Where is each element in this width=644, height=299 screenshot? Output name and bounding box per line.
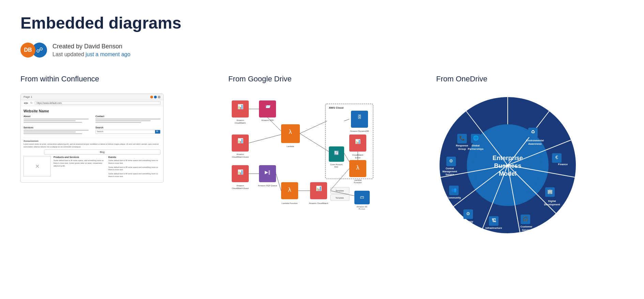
svg-text:AWS Cloud: AWS Cloud	[329, 106, 343, 109]
svg-text:Amazon: Amazon	[236, 185, 244, 187]
svg-text:🔄: 🔄	[334, 150, 339, 155]
svg-text:📊: 📊	[355, 139, 361, 144]
wf-dot-blue	[154, 96, 157, 98]
google-section-title: From Google Drive	[228, 75, 416, 83]
svg-text:Cross-Account: Cross-Account	[330, 163, 343, 166]
svg-text:📊: 📊	[237, 169, 244, 175]
svg-text:Digital: Digital	[548, 200, 556, 203]
wf-announcement: Announcement	[24, 140, 160, 142]
svg-text:🌐: 🌐	[473, 135, 479, 141]
wf-page-label: Page 1	[24, 95, 32, 98]
wf-contact-heading: Contact	[95, 115, 160, 117]
svg-text:⚙: ⚙	[466, 211, 470, 216]
wf-nav-contact: Contact	[95, 115, 160, 124]
svg-text:👥: 👥	[451, 187, 457, 193]
wf-events-heading: Events	[108, 156, 160, 158]
svg-text:Customer: Customer	[520, 225, 532, 228]
svg-text:▶‖: ▶‖	[265, 170, 271, 175]
wf-blog-btn[interactable]: Blog	[44, 150, 160, 155]
svg-text:🏗: 🏗	[492, 218, 496, 223]
svg-text:Community: Community	[447, 196, 461, 199]
wf-titlebar: Page 1	[21, 94, 163, 100]
svg-text:📊: 📊	[316, 186, 322, 191]
svg-text:Awareness: Awareness	[528, 142, 541, 145]
svg-text:Response: Response	[456, 144, 468, 147]
section-google: From Google Drive 📊 Amazon CloudWatch 📨 …	[228, 75, 416, 211]
svg-text:CloudWatch: CloudWatch	[235, 122, 246, 124]
svg-text:Amazon SNS: Amazon SNS	[261, 119, 274, 121]
svg-text:Lambda: Lambda	[354, 179, 362, 181]
svg-text:Template: Template	[336, 197, 344, 199]
svg-text:λ: λ	[356, 164, 359, 171]
ebm-container: 🌐 Global Partnerships ♻ Environmental Aw…	[436, 94, 579, 237]
svg-text:Service: Service	[446, 173, 454, 176]
updated-link[interactable]: just a moment ago	[86, 51, 131, 57]
svg-text:CloudWatch Event: CloudWatch Event	[232, 187, 249, 189]
avatar-db: DB	[20, 43, 35, 58]
svg-text:λ: λ	[289, 128, 292, 135]
svg-text:Amazon SQS Queue: Amazon SQS Queue	[258, 185, 277, 187]
svg-text:Amazon: Amazon	[236, 119, 244, 121]
author-name: Created by David Benson	[52, 43, 131, 50]
svg-text:CloudWatch Event: CloudWatch Event	[232, 156, 249, 158]
author-row: DB ☍ Created by David Benson Last update…	[20, 43, 624, 58]
page-title: Embedded diagrams	[20, 14, 624, 32]
svg-text:Central: Central	[446, 167, 454, 170]
svg-text:Group: Group	[458, 147, 466, 151]
wf-body: Website Name About Contact Services	[21, 106, 163, 182]
wf-nav-about: About	[24, 115, 89, 124]
section-confluence: From within Confluence Page 1 ◀ ▶ ↻ http…	[20, 75, 208, 183]
svg-text:Certificates: Certificates	[459, 223, 473, 226]
wf-dot-gray	[158, 96, 160, 98]
svg-text:Business: Business	[494, 162, 521, 169]
wf-announcement-text: Lorem ipsum dolor sit amet, consectetur …	[24, 143, 160, 148]
svg-line-61	[344, 119, 349, 121]
svg-line-56	[300, 133, 329, 152]
svg-text:Role: Role	[334, 166, 338, 168]
wf-about-heading: About	[24, 115, 89, 117]
wf-image-placeholder: ✕	[24, 156, 51, 176]
wf-services-heading: Services	[24, 126, 89, 129]
wf-search-btn[interactable]: 🔍	[155, 130, 160, 133]
svg-text:λ: λ	[288, 186, 291, 193]
svg-text:Infrastructure: Infrastructure	[486, 226, 502, 230]
svg-text:Function: Function	[354, 182, 362, 184]
wf-search-input: Search	[96, 130, 155, 133]
wf-services-row: Services Search Search 🔍	[24, 126, 160, 135]
wf-nav-services: Services	[24, 126, 89, 135]
wf-nav-refresh: ↻	[30, 101, 33, 105]
svg-line-55	[300, 121, 327, 133]
svg-text:♻: ♻	[531, 129, 535, 135]
svg-line-60	[344, 153, 349, 162]
svg-text:Amazon S3: Amazon S3	[356, 206, 367, 208]
svg-line-58	[276, 174, 281, 191]
svg-text:Amazon: Amazon	[236, 153, 244, 155]
onedrive-section-title: From OneDrive	[436, 75, 624, 83]
confluence-section-title: From within Confluence	[20, 75, 208, 83]
wf-search-box[interactable]: Search 🔍	[95, 130, 160, 134]
svg-text:🗃: 🗃	[360, 195, 364, 200]
wf-events-col: Events Some default text to fill some sp…	[108, 156, 160, 179]
svg-text:Enterprise: Enterprise	[492, 155, 523, 161]
svg-text:Amazon DynamoDB: Amazon DynamoDB	[350, 130, 369, 132]
sections-row: From within Confluence Page 1 ◀ ▶ ↻ http…	[20, 75, 624, 237]
avatar-group: DB ☍	[20, 43, 47, 58]
svg-text:📊: 📊	[237, 138, 244, 144]
wf-nav-row: About Contact	[24, 115, 160, 124]
svg-text:📨: 📨	[265, 104, 271, 110]
ebm-svg: 🌐 Global Partnerships ♻ Environmental Aw…	[436, 94, 579, 237]
svg-text:Development: Development	[544, 203, 560, 206]
wf-bottom-row: ✕ Products and Services Some default tex…	[24, 156, 160, 179]
svg-text:📊: 📊	[237, 104, 244, 110]
svg-text:Amazon CloudWatch: Amazon CloudWatch	[309, 202, 328, 204]
wf-products-col: Products and Services Some default text …	[53, 156, 106, 179]
wf-products-heading: Products and Services	[53, 156, 106, 158]
svg-text:Partnerships: Partnerships	[468, 147, 484, 151]
svg-text:Template: Template	[336, 190, 344, 192]
svg-text:🗄: 🗄	[357, 114, 362, 120]
svg-text:Management: Management	[443, 170, 457, 173]
wf-divider	[24, 138, 160, 138]
svg-text:⚙: ⚙	[449, 158, 453, 163]
wf-search-heading: Search	[95, 126, 160, 129]
svg-text:Bucket: Bucket	[359, 208, 365, 209]
